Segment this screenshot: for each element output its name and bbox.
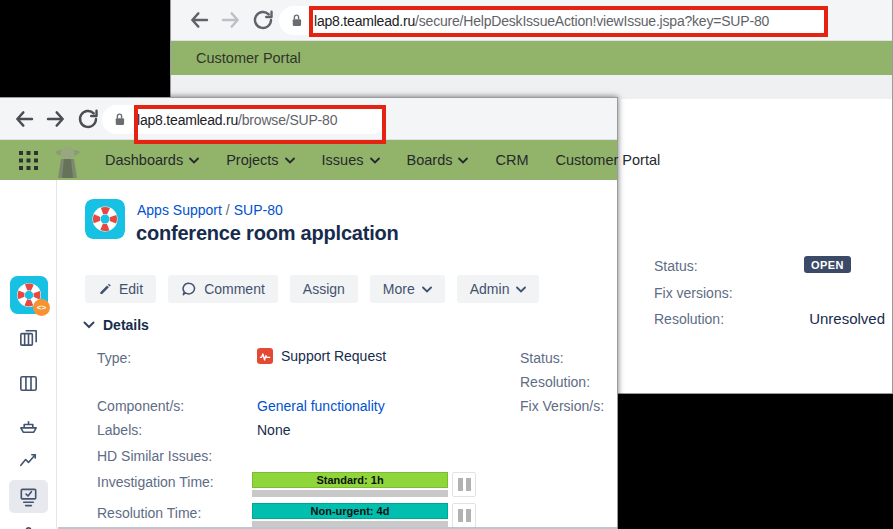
resolution-value: Unresolved <box>809 310 885 327</box>
back-url-bar[interactable]: lap8.teamlead.ru/secure/HelpDeskIssueAct… <box>279 6 828 35</box>
screenshot-canvas: lap8.teamlead.ru/secure/HelpDeskIssueAct… <box>0 0 893 529</box>
breadcrumb: Apps Support/SUP-80 <box>137 201 283 219</box>
breadcrumb-issue-link[interactable]: SUP-80 <box>234 202 283 218</box>
front-browser-toolbar: lap8.teamlead.ru/browse/SUP-80 <box>0 98 617 140</box>
labels-label: Labels: <box>97 422 142 438</box>
chevron-down-icon <box>516 286 526 293</box>
type-value: Support Request <box>257 348 386 364</box>
back-url-text[interactable]: lap8.teamlead.ru/secure/HelpDeskIssueAct… <box>314 13 769 29</box>
chevron-down-icon <box>422 286 432 293</box>
nav-item-issues[interactable]: Issues <box>322 152 380 168</box>
customer-portal-header-bar: Customer Portal <box>171 41 892 75</box>
resolution-label: Resolution: <box>520 374 590 390</box>
status-label: Status: <box>520 350 564 366</box>
nav-item-customer-portal[interactable]: Customer Portal <box>555 152 660 168</box>
details-section-header[interactable]: Details <box>103 317 149 333</box>
portal-subheader-strip <box>171 75 892 99</box>
sidebar-backlog-icon[interactable] <box>17 326 40 349</box>
forward-arrow-icon[interactable] <box>44 107 68 131</box>
investigation-pause-button[interactable] <box>452 472 476 497</box>
assign-button[interactable]: Assign <box>290 275 358 303</box>
sidebar-queues-icon-selected[interactable] <box>9 480 48 513</box>
breadcrumb-project-link[interactable]: Apps Support <box>137 202 222 218</box>
back-arrow-icon[interactable] <box>12 107 36 131</box>
edit-button[interactable]: Edit <box>85 275 156 303</box>
components-value-link[interactable]: General functionality <box>257 398 385 414</box>
type-label: Type: <box>97 350 131 366</box>
front-url-text[interactable]: lap8.teamlead.ru/browse/SUP-80 <box>137 112 337 128</box>
resolution-pause-button[interactable] <box>452 503 476 528</box>
front-browser-window: lap8.teamlead.ru/browse/SUP-80 Dashboard… <box>0 97 618 529</box>
back-arrow-icon[interactable] <box>187 8 211 32</box>
components-label: Component/s: <box>97 398 184 414</box>
nav-item-dashboards[interactable]: Dashboards <box>105 152 199 168</box>
sidebar-releases-icon[interactable] <box>17 414 40 437</box>
nav-item-projects[interactable]: Projects <box>226 152 294 168</box>
status-label: Status: <box>654 258 698 274</box>
lock-icon <box>112 111 127 128</box>
details-collapse-chevron[interactable] <box>83 321 95 329</box>
more-button[interactable]: More <box>370 275 445 303</box>
lock-icon <box>289 12 304 29</box>
front-url-bar[interactable]: lap8.teamlead.ru/browse/SUP-80 <box>102 105 386 134</box>
project-avatar[interactable]: <> <box>10 276 48 318</box>
sidebar-board-icon[interactable] <box>17 372 40 395</box>
issue-title: conference room applcation <box>136 222 399 245</box>
issue-project-avatar <box>85 199 125 239</box>
support-request-type-icon <box>257 348 273 364</box>
sidebar-reports-icon[interactable] <box>17 449 40 472</box>
labels-value: None <box>257 422 290 438</box>
resolution-label: Resolution: <box>654 311 724 327</box>
reload-icon[interactable] <box>251 8 275 32</box>
fix-versions-label: Fix Version/s: <box>520 398 604 414</box>
fix-versions-label: Fix versions: <box>654 285 733 301</box>
resolution-time-label: Resolution Time: <box>97 505 201 521</box>
back-browser-toolbar: lap8.teamlead.ru/secure/HelpDeskIssueAct… <box>171 0 892 41</box>
breadcrumb-separator: / <box>226 202 230 218</box>
investigation-sla-track <box>252 490 448 497</box>
resolution-time-sla: Non-urgent: 4d <box>252 503 448 528</box>
hd-similar-issues-label: HD Similar Issues: <box>97 448 212 464</box>
nav-item-crm[interactable]: CRM <box>495 152 528 168</box>
jira-top-nav: Dashboards Projects Issues Boards CRM Cu… <box>0 140 617 180</box>
dev-badge-icon: <> <box>33 299 50 316</box>
admin-button[interactable]: Admin <box>457 275 540 303</box>
forward-arrow-icon[interactable] <box>219 8 243 32</box>
reload-icon[interactable] <box>76 107 100 131</box>
chevron-down-icon <box>458 157 468 164</box>
yoda-logo[interactable] <box>54 142 81 178</box>
investigation-sla-bar: Standard: 1h <box>252 472 448 488</box>
app-switcher-icon[interactable] <box>19 151 38 170</box>
status-badge: OPEN <box>804 256 851 273</box>
resolution-sla-bar: Non-urgent: 4d <box>252 503 448 519</box>
chevron-down-icon <box>370 157 380 164</box>
investigation-time-sla: Standard: 1h <box>252 472 448 497</box>
project-sidebar: <> <box>0 180 57 529</box>
chevron-down-icon <box>285 157 295 164</box>
nav-item-boards[interactable]: Boards <box>407 152 469 168</box>
issue-action-buttons: Edit Comment Assign More Admin <box>85 275 539 303</box>
speech-bubble-icon <box>181 281 197 297</box>
pencil-icon <box>98 282 112 296</box>
comment-button[interactable]: Comment <box>168 275 278 303</box>
customer-portal-title: Customer Portal <box>196 50 301 66</box>
investigation-time-label: Investigation Time: <box>97 474 214 490</box>
chevron-down-icon <box>189 157 199 164</box>
